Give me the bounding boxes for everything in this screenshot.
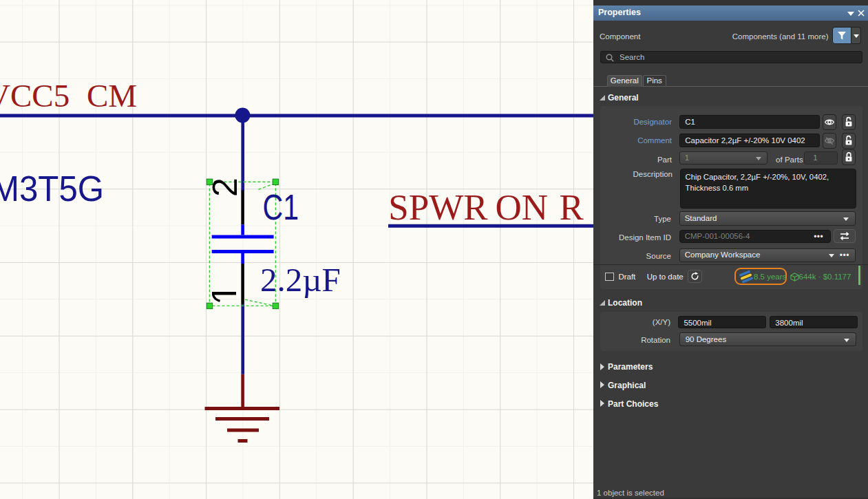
svg-text:SPWR: SPWR [388, 187, 488, 227]
svg-text:M3T5G: M3T5G [0, 169, 104, 209]
svg-text:VCC5: VCC5 [0, 78, 70, 114]
svg-text:C1: C1 [263, 188, 299, 227]
svg-text:ON: ON [496, 187, 549, 227]
svg-text:2: 2 [206, 178, 244, 197]
svg-text:CM: CM [87, 78, 137, 114]
svg-text:R: R [560, 187, 584, 227]
svg-text:2.2µF: 2.2µF [260, 261, 341, 299]
